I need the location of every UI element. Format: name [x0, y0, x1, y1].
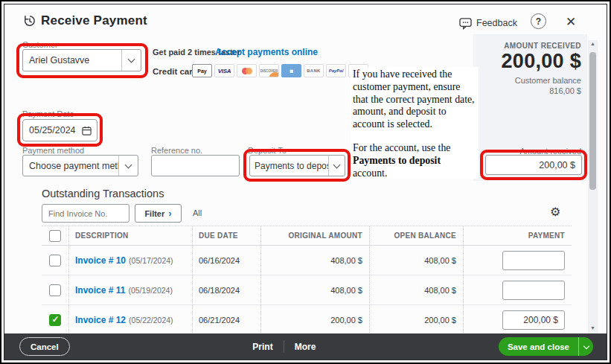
outstanding-transactions-title: Outstanding Transactions [42, 188, 164, 199]
filter-button-label: Filter [144, 209, 164, 218]
payment-date-field[interactable]: 05/25/2024 [22, 119, 97, 141]
save-and-close-label[interactable]: Save and close [499, 337, 578, 356]
discover-icon: DISCOVER [259, 64, 279, 77]
due-date-cell: 06/21/2024 [199, 316, 240, 325]
original-amount-cell: 408,00 $ [330, 256, 362, 265]
filter-scope: All [193, 208, 202, 217]
amex-icon: ▦ [281, 64, 301, 77]
chevron-down-icon[interactable] [118, 156, 138, 176]
history-icon[interactable] [23, 14, 36, 31]
page-title: Receive Payment [41, 13, 147, 28]
help-icon[interactable]: ? [531, 13, 546, 29]
table-header-row: DESCRIPTION DUE DATE ORIGINAL AMOUNT OPE… [42, 226, 572, 246]
scroll-up-icon[interactable]: ▲ [588, 40, 598, 49]
table-row: Invoice # 10(05/17/2024) 06/16/2024 408,… [42, 246, 572, 275]
open-balance-cell: 408,00 $ [424, 286, 456, 295]
customer-label: Customer [22, 40, 58, 49]
bank-icon: BANK [304, 64, 324, 77]
credit-card-label: Credit card [153, 67, 198, 76]
col-payment: PAYMENT [528, 232, 565, 240]
deposit-to-value: Payments to deposit [250, 161, 328, 171]
find-invoice-input[interactable] [42, 204, 129, 223]
payment-method-value: Choose payment method [23, 161, 118, 171]
col-open-balance: OPEN BALANCE [394, 232, 456, 240]
reference-no-label: Reference no. [151, 146, 202, 155]
table-row: Invoice # 12(05/22/2024) 06/21/2024 200,… [42, 305, 572, 335]
payment-method-chips: Pay VISA DISCOVER ▦ BANK PayPal venmo [192, 64, 368, 77]
calendar-icon[interactable] [82, 126, 97, 135]
chevron-down-icon[interactable] [578, 337, 593, 356]
feedback-icon [459, 18, 472, 33]
note-paragraph-2-prefix: For the account, use the [353, 142, 450, 153]
deposit-to-label: Deposit To [248, 146, 287, 155]
filter-button[interactable]: Filter › [135, 204, 182, 223]
paypal-icon: PayPal [326, 64, 346, 77]
chevron-down-icon[interactable] [328, 156, 345, 176]
invoice-link[interactable]: Invoice # 10 [75, 255, 126, 266]
receive-payment-dialog: Receive Payment Feedback ? ✕ AMOUNT RECE… [4, 4, 607, 360]
due-date-cell: 06/16/2024 [199, 256, 240, 265]
invoice-link[interactable]: Invoice # 11 [75, 285, 125, 296]
note-paragraph-2-suffix: account. [353, 167, 387, 179]
feedback-button[interactable]: Feedback [476, 18, 517, 28]
col-due-date: DUE DATE [199, 232, 238, 240]
payment-method-label: Payment method [22, 146, 84, 155]
amount-received-heading: AMOUNT RECEIVED [451, 42, 581, 50]
more-button[interactable]: More [295, 342, 316, 352]
customer-select[interactable]: Ariel Gustavve [22, 49, 141, 71]
visa-icon: VISA [214, 64, 234, 77]
accept-payments-link[interactable]: Accept payments online [215, 47, 318, 57]
col-original-amount: ORIGINAL AMOUNT [289, 232, 363, 240]
invoice-date: (05/22/2024) [129, 316, 173, 325]
print-button[interactable]: Print [252, 342, 272, 352]
table-row: Invoice # 11(05/19/2024) 06/18/2024 408,… [42, 275, 572, 305]
footer-bar: Cancel Print More Save and close [4, 333, 607, 360]
applepay-icon: Pay [192, 64, 212, 77]
original-amount-cell: 200,00 $ [330, 316, 362, 325]
reference-no-input[interactable] [151, 155, 240, 176]
scroll-down-icon[interactable]: ▼ [588, 325, 598, 333]
close-icon[interactable]: ✕ [566, 14, 576, 30]
payment-date-value: 05/25/2024 [23, 125, 82, 135]
payment-amount-input[interactable] [502, 310, 565, 330]
note-paragraph-1: If you have received the customer paymen… [353, 68, 475, 130]
annotation-note: If you have received the customer paymen… [351, 67, 479, 179]
gear-icon[interactable]: ⚙ [550, 206, 560, 218]
footer-divider [284, 340, 284, 353]
amount-received-input[interactable] [485, 155, 582, 175]
mastercard-icon [237, 64, 257, 77]
chevron-right-icon: › [168, 208, 171, 218]
deposit-to-select[interactable]: Payments to deposit [249, 155, 345, 176]
window-frame: Receive Payment Feedback ? ✕ AMOUNT RECE… [0, 0, 611, 364]
payment-method-select[interactable]: Choose payment method [22, 155, 138, 176]
payment-date-label: Payment Date [22, 109, 74, 118]
payment-amount-input[interactable] [502, 281, 565, 300]
customer-select-value: Ariel Gustavve [23, 55, 121, 66]
col-description: DESCRIPTION [75, 232, 129, 240]
chevron-down-icon[interactable] [121, 50, 141, 71]
open-balance-cell: 200,00 $ [424, 316, 456, 325]
due-date-cell: 06/18/2024 [199, 286, 240, 295]
save-and-close-button[interactable]: Save and close [499, 337, 593, 356]
note-paragraph-2-bold: Payments to deposit [353, 155, 441, 166]
payment-amount-input[interactable] [502, 251, 565, 270]
scrollbar-thumb[interactable] [589, 52, 596, 190]
row-checkbox[interactable] [49, 255, 61, 266]
select-all-checkbox[interactable] [49, 230, 61, 242]
row-checkbox[interactable] [49, 284, 61, 296]
original-amount-cell: 408,00 $ [330, 286, 362, 295]
cancel-button[interactable]: Cancel [19, 337, 70, 356]
row-checkbox-checked[interactable] [49, 314, 61, 326]
invoice-date: (05/17/2024) [129, 256, 173, 265]
open-balance-cell: 408,00 $ [424, 256, 456, 265]
invoice-date: (05/19/2024) [128, 286, 173, 295]
invoice-link[interactable]: Invoice # 12 [75, 315, 126, 325]
scrollbar[interactable]: ▲ ▼ [588, 40, 598, 333]
transactions-table: DESCRIPTION DUE DATE ORIGINAL AMOUNT OPE… [42, 226, 572, 335]
